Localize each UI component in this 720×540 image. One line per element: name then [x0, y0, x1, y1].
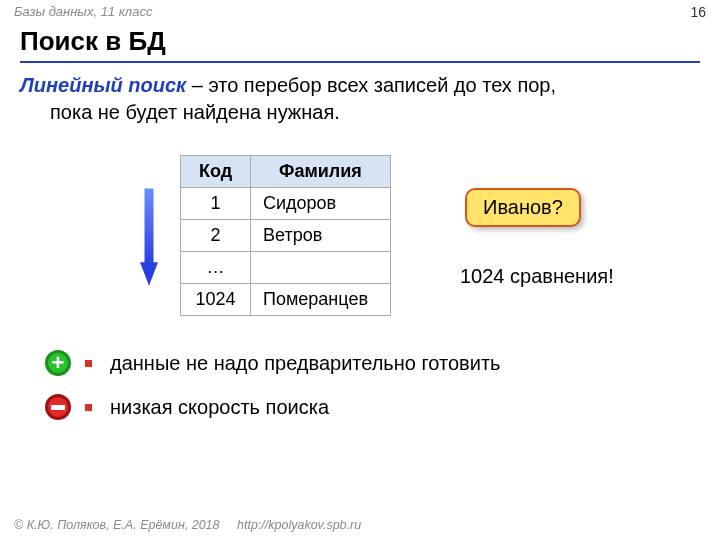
cell-surname: Ветров	[251, 220, 391, 252]
definition-paragraph: Линейный поиск – это перебор всех записе…	[20, 72, 700, 126]
svg-rect-0	[145, 189, 154, 266]
bullet-minus-text: низкая скорость поиска	[110, 396, 329, 419]
definition-text-1: – это перебор всех записей до тех пор,	[186, 74, 556, 96]
bullets-list: данные не надо предварительно готовить н…	[45, 350, 501, 438]
copyright-text: © К.Ю. Поляков, Е.А. Ерёмин, 2018	[14, 518, 220, 532]
table-row: …	[181, 252, 391, 284]
arrow-down-icon	[140, 188, 158, 288]
footer: © К.Ю. Поляков, Е.А. Ерёмин, 2018 http:/…	[14, 518, 361, 532]
data-table-wrapper: Код Фамилия 1 Сидоров 2 Ветров … 1024 По…	[180, 155, 391, 316]
table-row: 2 Ветров	[181, 220, 391, 252]
page-number: 16	[690, 4, 706, 20]
cell-code: 1024	[181, 284, 251, 316]
comparisons-note: 1024 сравнения!	[460, 265, 614, 288]
cell-surname	[251, 252, 391, 284]
bullet-marker-icon	[85, 360, 92, 367]
table-row: 1024 Померанцев	[181, 284, 391, 316]
table-header-row: Код Фамилия	[181, 156, 391, 188]
course-label: Базы данных, 11 класс	[14, 4, 152, 20]
page-title: Поиск в БД	[20, 26, 700, 63]
cell-code: 1	[181, 188, 251, 220]
cell-surname: Померанцев	[251, 284, 391, 316]
search-callout: Иванов?	[465, 188, 581, 227]
footer-url: http://kpolyakov.spb.ru	[237, 518, 361, 532]
header-surname: Фамилия	[251, 156, 391, 188]
header-bar: Базы данных, 11 класс 16	[14, 4, 706, 20]
table-row: 1 Сидоров	[181, 188, 391, 220]
cell-surname: Сидоров	[251, 188, 391, 220]
cell-code: …	[181, 252, 251, 284]
plus-icon	[45, 350, 71, 376]
definition-text-2: пока не будет найдена нужная.	[50, 99, 700, 126]
bullet-marker-icon	[85, 404, 92, 411]
header-code: Код	[181, 156, 251, 188]
bullet-plus-row: данные не надо предварительно готовить	[45, 350, 501, 376]
bullet-minus-row: низкая скорость поиска	[45, 394, 501, 420]
bullet-plus-text: данные не надо предварительно готовить	[110, 352, 501, 375]
svg-marker-1	[140, 262, 158, 285]
cell-code: 2	[181, 220, 251, 252]
data-table: Код Фамилия 1 Сидоров 2 Ветров … 1024 По…	[180, 155, 391, 316]
minus-icon	[45, 394, 71, 420]
definition-term: Линейный поиск	[20, 74, 186, 96]
